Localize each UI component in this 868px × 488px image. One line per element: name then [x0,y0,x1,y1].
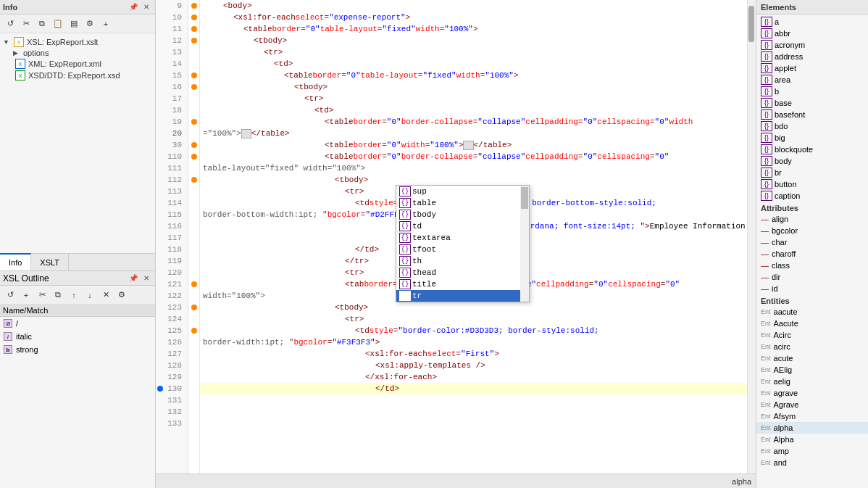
ac-item-textarea[interactable]: {} textarea [396,232,529,244]
entity-alpha[interactable]: Ent alpha [756,422,868,434]
element-acronym[interactable]: {} acronym [756,39,868,51]
code-line-129[interactable]: </xsl:for-each> [200,371,756,383]
entity-agrave[interactable]: Ent agrave [756,387,868,399]
code-line-10[interactable]: <xsl:for-each select="expense-report"> [200,12,756,23]
properties-button[interactable]: ⚙ [83,17,97,31]
autocomplete-dropdown[interactable]: {} sup {} table {} tbody [396,185,530,302]
code-line-127[interactable]: <xsl:for-each select="First"> [200,348,756,360]
code-line-110[interactable]: <table border="0" border-collapse="colla… [200,151,756,162]
outline-item-slash[interactable]: ⊘ / [0,317,155,330]
outline-down-button[interactable]: ↓ [83,288,97,302]
code-line-123[interactable]: <tbody> [200,302,756,313]
tree-item-xml[interactable]: X XML: ExpReport.xml [12,58,154,70]
cut-button[interactable]: ✂ [19,17,33,31]
outline-up-button[interactable]: ↑ [67,288,81,302]
code-line-132[interactable] [200,406,756,418]
code-line-112[interactable]: <tbody> [200,174,756,186]
code-line-11[interactable]: <table border="0" table-layout="fixed" w… [200,23,756,35]
code-area[interactable]: <body> <xsl:for-each select="expense-rep… [200,0,756,473]
outline-copy-button[interactable]: ⧉ [51,288,65,302]
entity-Agrave[interactable]: Ent Agrave [756,399,868,410]
ac-scrollbar-thumb[interactable] [521,187,528,209]
element-b[interactable]: {} b [756,86,868,97]
ac-item-tfoot[interactable]: {} tfoot [396,244,529,255]
editor-scrollbar[interactable] [747,0,756,473]
entity-acirc[interactable]: Ent acirc [756,341,868,352]
outline-item-strong[interactable]: b strong [0,343,155,356]
ac-item-tr[interactable]: {} tr [396,290,529,302]
code-line-125[interactable]: <td style="border-color:#D3D3D3; border-… [200,325,756,336]
attr-align[interactable]: — align [756,213,868,225]
refresh-button[interactable]: ↺ [3,17,17,31]
code-line-122[interactable]: width="100%"> {} sup {} table [200,290,756,302]
element-blockquote[interactable]: {} blockquote [756,144,868,155]
entity-aelig[interactable]: Ent aelig [756,376,868,387]
attr-id[interactable]: — id [756,283,868,294]
element-address[interactable]: {} address [756,51,868,62]
element-button[interactable]: {} button [756,178,868,190]
code-line-15[interactable]: <table border="0" table-layout="fixed" w… [200,70,756,81]
code-line-13[interactable]: <tr> [200,46,756,58]
code-line-131[interactable] [200,394,756,406]
ac-scrollbar[interactable] [520,186,529,302]
tree-item-xsd[interactable]: X XSD/DTD: ExpReport.xsd [12,70,154,81]
code-line-130[interactable]: </td> [200,383,756,394]
code-line-126[interactable]: border-width:1pt; " bgcolor="#F3F3F3"> [200,336,756,348]
element-br[interactable]: {} br [756,167,868,178]
entity-and[interactable]: Ent and [756,457,868,468]
tab-info[interactable]: Info [0,253,31,270]
element-body[interactable]: {} body [756,155,868,167]
outline-pin-icon[interactable]: 📌 [128,273,139,284]
entity-AElig[interactable]: Ent AElig [756,364,868,376]
code-line-124[interactable]: <tr> [200,313,756,325]
ac-item-thead[interactable]: {} thead [396,267,529,278]
code-line-128[interactable]: <xsl:apply-templates /> [200,360,756,371]
element-big[interactable]: {} big [756,132,868,144]
element-caption[interactable]: {} caption [756,190,868,202]
entity-Aacute[interactable]: Ent Aacute [756,318,868,329]
code-line-111[interactable]: table-layout="fixed" width="100%"> [200,162,756,174]
outline-cut-button[interactable]: ✂ [35,288,49,302]
entity-Alpha[interactable]: Ent Alpha [756,434,868,445]
code-line-14[interactable]: <td> [200,58,756,70]
ac-item-table[interactable]: {} table [396,197,529,209]
outline-close-icon[interactable]: ✕ [141,273,152,284]
outline-item-italic[interactable]: i italic [0,330,155,343]
element-abbr[interactable]: {} abbr [756,28,868,39]
code-line-9[interactable]: <body> [200,0,756,12]
add-button[interactable]: + [99,17,113,31]
element-basefont[interactable]: {} basefont [756,109,868,120]
paste-button[interactable]: 📋 [51,17,65,31]
element-applet[interactable]: {} applet [756,62,868,74]
code-line-19[interactable]: <table border="0" border-collapse="colla… [200,116,756,128]
tree-item-options[interactable]: ▶ options [12,48,154,58]
close-icon[interactable]: ✕ [141,1,152,13]
outline-prop-button[interactable]: ⚙ [114,288,129,302]
outline-refresh-button[interactable]: ↺ [3,288,17,302]
ac-item-tbody[interactable]: {} tbody [396,209,529,220]
element-base[interactable]: {} base [756,97,868,109]
editor-scrollbar-thumb[interactable] [748,6,754,42]
ac-item-td[interactable]: {} td [396,220,529,232]
element-bdo[interactable]: {} bdo [756,120,868,132]
attr-char[interactable]: — char [756,236,868,248]
ac-item-sup[interactable]: {} sup [396,186,529,197]
entity-amp[interactable]: Ent amp [756,445,868,457]
element-area[interactable]: {} area [756,74,868,86]
expand-button[interactable]: ▤ [67,17,81,31]
code-line-133[interactable] [200,418,756,429]
pin-icon[interactable]: 📌 [128,1,139,13]
tree-item-xsl[interactable]: ▼ X XSL: ExpReport.xslt [1,36,154,48]
tab-xslt[interactable]: XSLT [31,254,69,270]
entity-acute[interactable]: Ent acute [756,352,868,364]
attr-class[interactable]: — class [756,260,868,271]
entity-Acirc[interactable]: Ent Acirc [756,329,868,341]
copy-button[interactable]: ⧉ [35,17,49,31]
code-line-12[interactable]: <tbody> [200,35,756,46]
ac-item-th[interactable]: {} th [396,255,529,267]
attr-charoff[interactable]: — charoff [756,248,868,260]
outline-add-button[interactable]: + [19,288,33,302]
outline-delete-button[interactable]: ✕ [99,288,113,302]
entity-Afsym[interactable]: Ent Afsym [756,410,868,422]
element-a[interactable]: {} a [756,16,868,28]
